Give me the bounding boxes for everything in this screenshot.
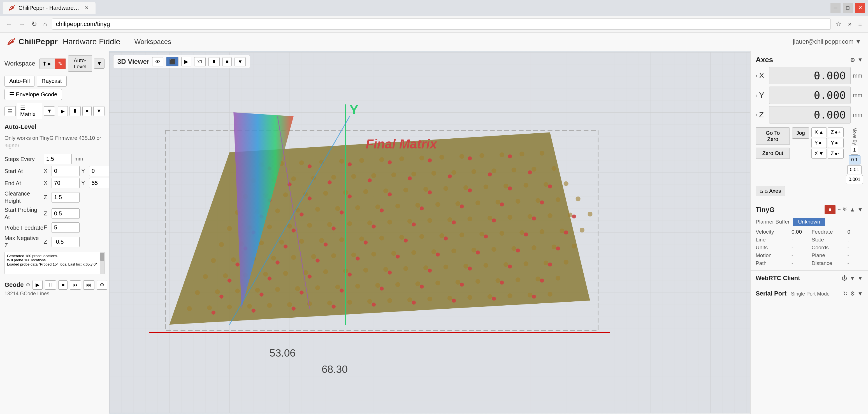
svg-point-145 [564,260,568,264]
refresh-button[interactable]: ↻ [30,19,39,30]
pause-button[interactable]: ⏸ [69,106,81,116]
path-label: Path [756,260,789,266]
svg-point-29 [452,170,456,175]
coords-label: Coords [812,245,845,251]
webrtc-settings-button[interactable]: ▼ [857,275,863,282]
axes-home-button[interactable]: ⌂ ⌂ Axes [756,186,785,196]
back-button[interactable]: ← [4,19,14,30]
tinyg-dropdown-button[interactable]: ▼ [857,206,863,213]
serial-refresh-button[interactable]: ↻ [843,290,848,297]
svg-point-236 [396,255,400,259]
move-by-001-button[interactable]: 0.01 [847,165,862,174]
browser-tab[interactable]: 🌶 ChiliPeppr - Hardware Fid ✕ [3,2,96,14]
svg-point-189 [468,156,472,160]
nav-workspaces[interactable]: Workspaces [134,38,171,46]
viewer-eye-button[interactable]: 👁 [152,57,163,66]
x-axis-unit: mm [853,72,863,79]
tinyg-up-button[interactable]: ▲ [849,206,855,213]
tab-close-icon[interactable]: ✕ [84,4,90,12]
x-minus-button[interactable]: X ▼ [811,149,827,159]
svg-point-148 [235,288,240,293]
gcode-play-button[interactable]: ▶ [32,280,42,290]
viewer-play-button[interactable]: ▶ [181,57,191,66]
envelope-gcode-button[interactable]: ☰ Envelope Gcode [4,89,62,100]
svg-point-197 [528,170,532,174]
axes-expand-button[interactable]: ▼ [857,57,863,63]
more-button[interactable]: ▼ [93,106,104,116]
x-axis-chevron[interactable]: ‹ [756,73,757,79]
svg-point-73 [287,224,292,229]
webrtc-expand-button[interactable]: ▼ [849,275,855,282]
jog-label: Jog [792,127,809,139]
gcode-last-button[interactable]: ⏭ [83,280,94,290]
axes-settings-button[interactable]: ⚙ [850,57,855,63]
matrix-dropdown-button[interactable]: ▼ [44,106,55,116]
forward-button[interactable]: → [17,19,27,30]
stop-button[interactable]: ■ [82,106,92,116]
steps-every-input[interactable] [44,154,72,164]
minimize-button[interactable]: ─ [831,3,841,13]
y-axis-chevron[interactable]: ‹ [756,92,757,98]
y-minus-button[interactable]: Y ● [828,138,844,148]
move-by-1-button[interactable]: 1 [850,146,858,155]
goto-zero-button[interactable]: Go To Zero [756,127,790,145]
probe-feedrate-input[interactable] [52,222,80,233]
gcode-first-button[interactable]: ⏮ [70,280,81,290]
extensions-button[interactable]: » [846,19,854,29]
log-scrollbar[interactable] [100,252,104,274]
move-by-0001-button[interactable]: 0.001 [846,175,863,184]
webrtc-power-button[interactable]: ⏻ [842,275,847,282]
svg-point-121 [471,248,476,252]
y-axis-label: Y [350,103,358,117]
serial-settings-button[interactable]: ⚙ [850,290,855,297]
viewer-3d-button[interactable]: ⬛ [166,57,179,66]
x-plus-button[interactable]: X ▲ [811,127,827,137]
svg-point-122 [491,247,496,252]
y-plus-button[interactable]: Y ● [811,138,827,148]
z-minus-button[interactable]: Z ●- [828,149,844,159]
bookmark-button[interactable]: ☆ [834,19,844,29]
svg-point-253 [340,288,343,292]
tinyg-percent: % [843,207,847,213]
home-button[interactable]: ⌂ [41,19,49,30]
z-axis-chevron[interactable]: ‹ [756,112,757,118]
svg-point-33 [531,167,536,171]
raycast-button[interactable]: Raycast [37,76,66,87]
gcode-pause-button[interactable]: ⏸ [45,280,56,290]
viewer-speed-button[interactable]: x1 [194,57,206,66]
start-at-x-input[interactable] [52,166,80,176]
move-by-01-button[interactable]: 0.1 [849,155,861,164]
menu-button[interactable]: ≡ [856,19,864,29]
gcode-stop-button[interactable]: ■ [58,280,67,290]
autofill-button[interactable]: Auto-Fill [4,76,34,87]
autolevel-button[interactable]: Auto-Level [68,56,92,72]
tinyg-stop-button[interactable]: ■ [825,205,836,214]
import-button[interactable]: ⬆► [39,59,55,69]
gcode-settings-icon[interactable]: ⚙ [26,282,30,288]
end-at-x-input[interactable] [52,178,80,188]
max-neg-z-input[interactable] [52,237,80,247]
start-at-y-input[interactable] [89,166,109,176]
svg-point-238 [476,250,480,254]
3d-scene[interactable]: Y Final Matrix 53.06 68.30 [109,51,750,414]
svg-point-221 [532,217,536,220]
gcode-config-button[interactable]: ⚙ [97,280,107,290]
close-button[interactable]: ✕ [855,3,865,13]
svg-point-205 [548,184,552,188]
address-bar[interactable] [52,19,831,30]
clearance-z-input[interactable] [52,192,80,202]
viewer-pause-button[interactable]: ⏸ [209,57,220,66]
play-button[interactable]: ▶ [58,106,68,116]
z-plus-button[interactable]: Z ●+ [828,127,844,137]
edit-button[interactable]: ✎ [55,59,66,69]
viewer-dropdown-button[interactable]: ▼ [235,57,246,66]
probing-z-input[interactable] [52,209,80,219]
user-dropdown-icon[interactable]: ▼ [855,38,861,45]
svg-point-61 [415,203,420,208]
maximize-button[interactable]: □ [843,3,853,13]
autolevel-dropdown[interactable]: ▼ [94,59,104,69]
end-at-y-input[interactable] [89,178,109,188]
zero-out-button[interactable]: Zero Out [756,148,790,159]
serial-expand-button[interactable]: ▼ [857,290,863,297]
viewer-stop-button[interactable]: ■ [222,57,232,66]
